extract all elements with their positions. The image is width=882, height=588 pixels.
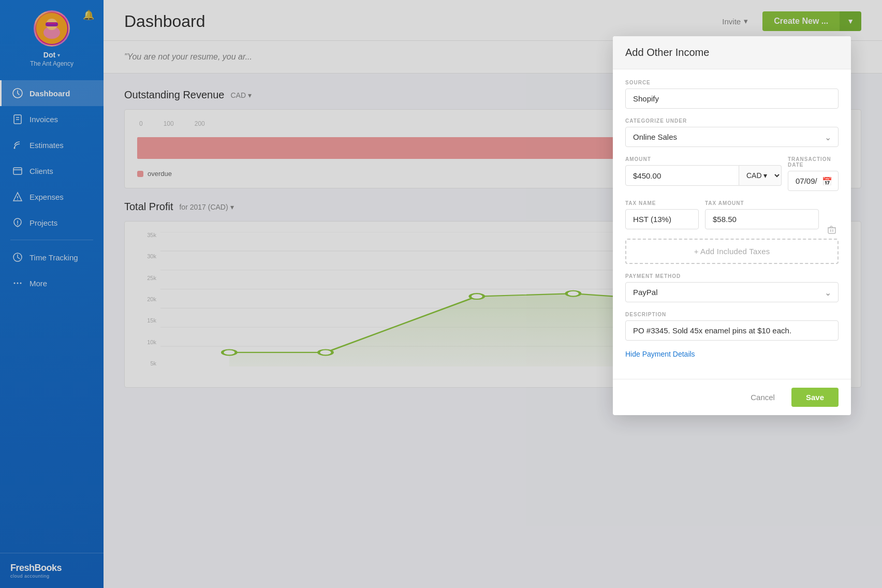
add-other-income-modal: Add Other Income SOURCE CATEGORIZE UNDER… (613, 36, 851, 415)
payment-select-wrapper: PayPal Cash Credit Card Bank Transfer ⌄ (625, 282, 839, 302)
categorize-label: CATEGORIZE UNDER (625, 118, 839, 124)
payment-method-label: PAYMENT METHOD (625, 273, 839, 279)
amount-label: AMOUNT (625, 156, 782, 162)
tax-name-label: TAX NAME (625, 200, 699, 206)
amount-field-group: AMOUNT CAD ▾ (625, 156, 782, 191)
payment-method-field-group: PAYMENT METHOD PayPal Cash Credit Card B… (625, 273, 839, 302)
tax-row: TAX NAME TAX AMOUNT (625, 200, 839, 239)
categorize-field-group: CATEGORIZE UNDER Online Sales Other Inco… (625, 118, 839, 147)
tax-amount-label: TAX AMOUNT (705, 200, 819, 206)
categorize-select[interactable]: Online Sales Other Income Sales Revenue (625, 127, 839, 147)
description-field-group: DESCRIPTION (625, 312, 839, 341)
modal-title: Add Other Income (625, 47, 839, 58)
source-field-group: SOURCE (625, 80, 839, 109)
add-taxes-button[interactable]: + Add Included Taxes (625, 239, 839, 264)
payment-method-select[interactable]: PayPal Cash Credit Card Bank Transfer (625, 282, 839, 302)
svg-rect-34 (828, 228, 835, 233)
tax-name-field-group: TAX NAME (625, 200, 699, 229)
categorize-select-wrapper: Online Sales Other Income Sales Revenue … (625, 127, 839, 147)
source-input[interactable] (625, 89, 839, 109)
hide-payment-details-link[interactable]: Hide Payment Details (625, 350, 839, 358)
description-input[interactable] (625, 320, 839, 341)
modal-body: SOURCE CATEGORIZE UNDER Online Sales Oth… (613, 69, 851, 379)
amount-input[interactable] (625, 165, 739, 186)
modal-header: Add Other Income (613, 36, 851, 69)
cancel-button[interactable]: Cancel (742, 389, 783, 406)
description-label: DESCRIPTION (625, 312, 839, 317)
transaction-date-field-group: TRANSACTION DATE 📅 (788, 156, 839, 191)
tax-amount-field-group: TAX AMOUNT (705, 200, 819, 229)
source-label: SOURCE (625, 80, 839, 85)
date-input-wrapper: 📅 (788, 171, 839, 191)
tax-amount-input[interactable] (705, 209, 819, 229)
transaction-date-label: TRANSACTION DATE (788, 156, 839, 168)
amount-input-row: CAD ▾ (625, 165, 782, 186)
modal-overlay: Add Other Income SOURCE CATEGORIZE UNDER… (0, 0, 882, 588)
modal-footer: Cancel Save (613, 379, 851, 415)
save-button[interactable]: Save (791, 388, 839, 407)
tax-delete-button[interactable] (825, 225, 839, 239)
calendar-icon[interactable]: 📅 (822, 176, 832, 186)
amount-date-row: AMOUNT CAD ▾ TRANSACTION DATE 📅 (625, 156, 839, 200)
tax-name-input[interactable] (625, 209, 699, 229)
currency-select[interactable]: CAD ▾ (739, 165, 782, 186)
